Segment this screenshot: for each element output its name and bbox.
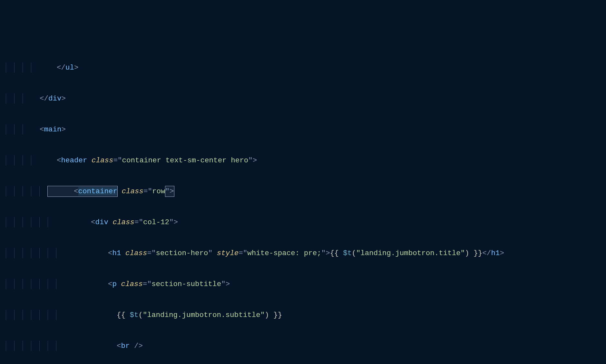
code-line[interactable]: <main> (0, 124, 606, 135)
code-line[interactable]: <h1 class="section-hero" style="white-sp… (0, 248, 606, 258)
code-line[interactable]: </div> (0, 93, 606, 104)
code-line[interactable]: <div class="col-12"> (0, 217, 606, 227)
matching-tag-open: container (78, 187, 118, 196)
code-line[interactable]: <br /> (0, 341, 606, 351)
code-line[interactable]: <header class="container text-sm-center … (0, 155, 606, 166)
code-line[interactable]: <container class="row"> (0, 186, 606, 196)
code-editor[interactable]: </ul> </div> <main> <header class="conta… (0, 42, 606, 364)
code-line[interactable]: <p class="section-subtitle"> (0, 279, 606, 289)
text-cursor: "> (165, 186, 174, 197)
code-line[interactable]: </ul> (0, 62, 606, 73)
code-line[interactable]: {{ $t("landing.jumbotron.subtitle") }} (0, 310, 606, 320)
